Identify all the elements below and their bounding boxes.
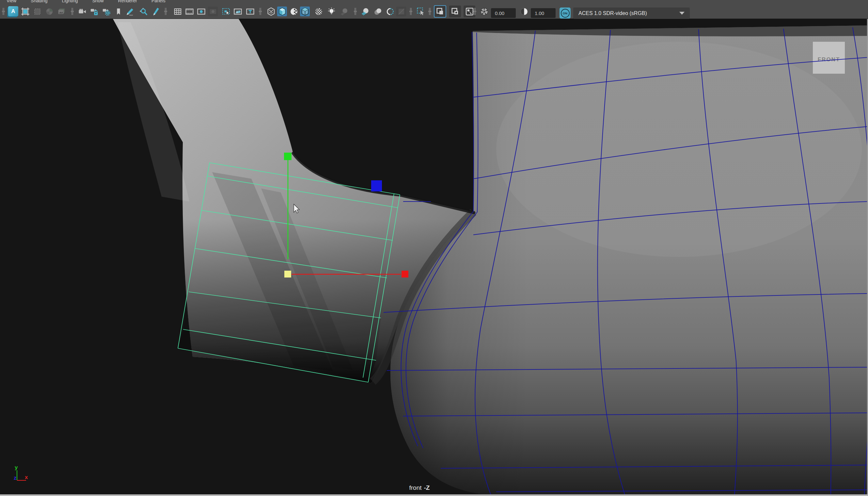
bookmark-icon[interactable] (115, 6, 122, 16)
gamma-correction-button[interactable]: ON (559, 7, 571, 19)
toolbar-separator[interactable] (355, 8, 356, 15)
camera-label: front-Z (409, 484, 430, 491)
manipulator-z-handle[interactable] (371, 180, 382, 191)
field-chart-icon[interactable] (221, 6, 231, 16)
resolution-gate-icon[interactable] (196, 6, 206, 16)
shadows-icon[interactable] (340, 6, 349, 16)
manipulator-y-handle[interactable] (284, 153, 291, 160)
lock-camera-icon[interactable] (89, 6, 99, 16)
wireframe-on-shaded-icon[interactable] (300, 6, 310, 16)
wireframe-cube-icon[interactable] (266, 6, 276, 16)
camera-attributes-icon[interactable] (102, 6, 111, 16)
gamma-on-label: ON (561, 9, 570, 18)
axis-z-label: z (14, 475, 17, 481)
pencil-edit-icon[interactable] (125, 6, 135, 16)
safe-action-icon[interactable] (233, 6, 242, 16)
axis-y-label: y (15, 464, 18, 470)
isolate-select-icon[interactable] (434, 5, 446, 17)
lighting-bulb-icon[interactable] (327, 6, 336, 16)
toolbar-separator[interactable] (165, 8, 166, 15)
axis-x-label: x (25, 474, 28, 480)
select-highlight-icon[interactable] (416, 6, 426, 16)
toolbar-separator[interactable] (474, 8, 476, 15)
toolbar-separator[interactable] (429, 8, 431, 15)
safe-title-icon[interactable] (245, 6, 255, 16)
panel-toolbar: A (0, 4, 868, 19)
menu-show[interactable]: Show (92, 0, 104, 4)
manipulator-x-handle[interactable] (402, 271, 408, 278)
tool-context-icon[interactable]: A (8, 6, 18, 16)
pan-zoom-icon[interactable] (138, 6, 148, 16)
maya-viewport-panel: View Shading Lighting Show Renderer Pane… (0, 0, 868, 496)
select-camera-icon[interactable] (77, 6, 87, 16)
grease-pencil-icon[interactable] (150, 6, 160, 16)
scene-canvas[interactable]: FRONT (0, 19, 868, 496)
textured-sphere-icon[interactable] (289, 6, 299, 16)
exposure-field[interactable] (491, 8, 516, 18)
menu-view[interactable]: View (6, 0, 16, 4)
image-plane-icon[interactable] (57, 6, 66, 16)
colorspace-dropdown[interactable]: ACES 1.0 SDR-video (sRGB) (573, 7, 690, 19)
contrast-field[interactable] (531, 8, 556, 18)
ambient-occlusion-icon[interactable] (360, 6, 370, 16)
menu-lighting[interactable]: Lighting (62, 0, 78, 4)
menu-shading[interactable]: Shading (31, 0, 47, 4)
view-plane-badge: FRONT (813, 42, 845, 74)
colorspace-selected-label: ACES 1.0 SDR-video (sRGB) (579, 11, 647, 16)
chevron-down-icon (679, 12, 685, 15)
shade-sphere-icon[interactable] (44, 6, 54, 16)
gate-mask-icon[interactable] (208, 6, 218, 16)
motion-blur-icon[interactable] (373, 6, 383, 16)
toolbar-separator[interactable] (72, 8, 73, 15)
menu-renderer[interactable]: Renderer (118, 0, 137, 4)
shaded-cube-icon[interactable] (277, 6, 287, 16)
contrast-icon (519, 6, 529, 16)
menu-panels[interactable]: Panels (151, 0, 165, 4)
default-material-icon[interactable] (314, 6, 324, 16)
window-edge-bottom (0, 494, 868, 496)
toolbar-separator[interactable] (3, 8, 4, 15)
toolbar-separator[interactable] (410, 8, 411, 15)
xray-icon[interactable] (396, 6, 406, 16)
manipulator-center-handle[interactable] (284, 271, 291, 278)
film-gate-icon[interactable] (184, 6, 194, 16)
camera-frame-icon[interactable] (20, 6, 30, 16)
region-select-icon[interactable] (32, 6, 42, 16)
grid-icon[interactable] (173, 6, 182, 16)
viewport[interactable]: FRONT (0, 19, 868, 496)
isolate-view-selected-icon[interactable] (449, 5, 461, 17)
panel-menubar: View Shading Lighting Show Renderer Pane… (0, 0, 868, 4)
toolbar-separator[interactable] (259, 8, 261, 15)
exposure-icon (479, 6, 489, 16)
antialiasing-icon[interactable] (385, 6, 395, 16)
